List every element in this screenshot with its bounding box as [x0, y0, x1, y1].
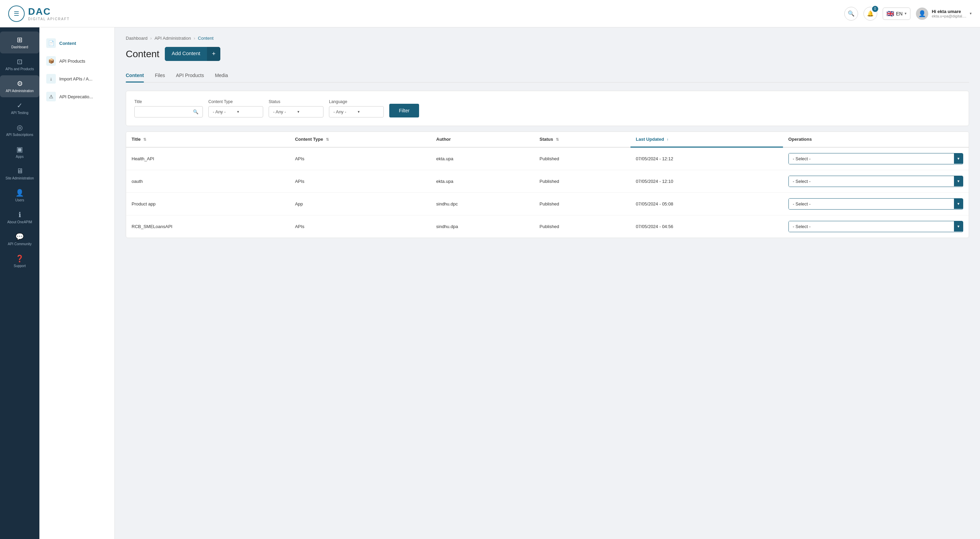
user-info[interactable]: 👤 Hi ekta umare ekta.u+pa@digital.... ▾ — [916, 8, 972, 20]
notification-badge: 0 — [872, 6, 878, 12]
breadcrumb-dashboard[interactable]: Dashboard — [126, 36, 148, 41]
sidebar-item-site-administration[interactable]: 🖥 Site Administration — [0, 163, 40, 185]
col-last-updated[interactable]: Last Updated ↑ — [630, 132, 783, 147]
language-label: EN — [896, 11, 902, 16]
api-products-nav-icon: 📦 — [46, 56, 56, 66]
notification-button[interactable]: 🔔 0 — [864, 7, 877, 21]
select-arrow-icon: ▾ — [954, 221, 963, 231]
row-author: ekta.upa — [431, 147, 534, 170]
operations-select[interactable]: - Select - ▾ — [789, 176, 963, 187]
select-label: - Select - — [789, 176, 954, 187]
row-last-updated: 07/05/2024 - 04:56 — [630, 215, 783, 238]
row-operations: - Select - ▾ — [783, 170, 969, 192]
left-nav-item-label: Import APIs / A... — [59, 76, 92, 81]
row-status: Published — [534, 215, 630, 238]
filter-group-title: Title 🔍 — [134, 99, 203, 117]
sidebar-item-dashboard[interactable]: ⊞ Dashboard — [0, 32, 40, 54]
user-text: Hi ekta umare ekta.u+pa@digital.... — [932, 9, 966, 18]
chevron-down-icon: ▾ — [358, 109, 379, 114]
add-content-plus-icon: + — [207, 47, 220, 61]
language-select[interactable]: - Any - ▾ — [329, 106, 384, 117]
api-subscriptions-icon: ◎ — [17, 123, 22, 132]
title-filter-label: Title — [134, 99, 203, 104]
sidebar-item-api-subscriptions[interactable]: ◎ API Subscriptions — [0, 119, 40, 141]
col-status[interactable]: Status ⇅ — [534, 132, 630, 147]
sidebar-item-support[interactable]: ❓ Support — [0, 250, 40, 272]
breadcrumb-content[interactable]: Content — [198, 36, 214, 41]
site-administration-icon: 🖥 — [16, 167, 23, 175]
sidebar-item-about[interactable]: ℹ About OneAPIM — [0, 206, 40, 228]
sidebar-item-users[interactable]: 👤 Users — [0, 185, 40, 206]
language-selector[interactable]: 🇬🇧 EN ▾ — [883, 8, 910, 20]
breadcrumb-api-administration[interactable]: API Administration — [154, 36, 191, 41]
row-last-updated: 07/05/2024 - 12:12 — [630, 147, 783, 170]
sidebar-item-label: API Administration — [6, 89, 34, 93]
col-title[interactable]: Title ⇅ — [126, 132, 290, 147]
avatar: 👤 — [916, 8, 928, 20]
row-content-type: APIs — [290, 170, 431, 192]
left-nav-item-label: API Products — [59, 59, 85, 64]
sidebar-item-label: API Community — [8, 242, 32, 246]
col-operations: Operations — [783, 132, 969, 147]
content-table: Title ⇅ Content Type ⇅ Author Status ⇅ — [126, 132, 969, 238]
status-select[interactable]: - Any - ▾ — [269, 106, 323, 117]
menu-toggle-icon[interactable]: ☰ — [8, 5, 25, 22]
row-content-type: App — [290, 192, 431, 215]
search-button[interactable]: 🔍 — [844, 7, 858, 21]
row-title: RCB_SMELoansAPI — [126, 215, 290, 238]
sidebar-item-label: Apps — [16, 155, 24, 159]
left-nav-item-label: Content — [59, 41, 76, 46]
tabs: Content Files API Products Media — [126, 69, 969, 82]
row-operations: - Select - ▾ — [783, 192, 969, 215]
sidebar-item-api-testing[interactable]: ✓ API Testing — [0, 97, 40, 119]
sidebar-item-api-administration[interactable]: ⚙ API Administration — [0, 75, 40, 97]
logo-text: DAC DIGITAL APICRAFT — [28, 6, 70, 21]
row-operations: - Select - ▾ — [783, 147, 969, 170]
page-inner: 📄 Content 📦 API Products ↓ Import APIs /… — [40, 27, 980, 539]
filter-group-language: Language - Any - ▾ — [329, 99, 384, 117]
add-content-label: Add Content — [165, 47, 207, 61]
page-header: Content Add Content + — [126, 47, 969, 61]
select-label: - Select - — [789, 199, 954, 209]
left-nav-item-import-apis[interactable]: ↓ Import APIs / A... — [40, 70, 115, 88]
sidebar-item-label: About OneAPIM — [7, 220, 32, 224]
chevron-down-icon: ▾ — [298, 109, 319, 114]
tab-media[interactable]: Media — [215, 69, 228, 82]
operations-select[interactable]: - Select - ▾ — [789, 198, 963, 209]
sidebar-item-label: Support — [14, 264, 26, 268]
col-content-type[interactable]: Content Type ⇅ — [290, 132, 431, 147]
content-type-select[interactable]: - Any - ▾ — [208, 106, 263, 117]
left-nav-item-content[interactable]: 📄 Content — [40, 34, 115, 52]
api-community-icon: 💬 — [16, 233, 24, 241]
sidebar-item-apps[interactable]: ▣ Apps — [0, 141, 40, 163]
search-icon: 🔍 — [848, 10, 854, 17]
sidebar-item-apis-products[interactable]: ⊡ APIs and Products — [0, 54, 40, 75]
row-content-type: APIs — [290, 147, 431, 170]
language-filter-label: Language — [329, 99, 384, 104]
filter-button[interactable]: Filter — [389, 104, 419, 117]
breadcrumb: Dashboard › API Administration › Content — [126, 36, 969, 41]
filter-group-status: Status - Any - ▾ — [269, 99, 323, 117]
user-name: Hi ekta umare — [932, 9, 966, 14]
user-chevron-icon: ▾ — [970, 11, 972, 16]
tab-content[interactable]: Content — [126, 69, 144, 82]
tab-files[interactable]: Files — [155, 69, 165, 82]
select-arrow-icon: ▾ — [954, 199, 963, 209]
search-input-icon: 🔍 — [193, 109, 199, 114]
operations-select[interactable]: - Select - ▾ — [789, 221, 963, 232]
row-title: oauth — [126, 170, 290, 192]
operations-select[interactable]: - Select - ▾ — [789, 153, 963, 164]
left-nav-item-api-products[interactable]: 📦 API Products — [40, 52, 115, 70]
title-input[interactable] — [139, 109, 190, 114]
tab-api-products[interactable]: API Products — [176, 69, 204, 82]
table-row: oauth APIs ekta.upa Published 07/05/2024… — [126, 170, 969, 192]
row-author: sindhu.dpc — [431, 192, 534, 215]
sidebar-item-label: Site Administration — [5, 176, 34, 181]
add-content-button[interactable]: Add Content + — [165, 47, 220, 61]
sidebar-item-api-community[interactable]: 💬 API Community — [0, 228, 40, 250]
chevron-down-icon: ▾ — [905, 11, 907, 16]
left-nav-item-api-deprecation[interactable]: ⚠ API Deprecatio... — [40, 88, 115, 105]
api-administration-icon: ⚙ — [17, 79, 23, 88]
filters-row: Title 🔍 Content Type - Any - — [134, 99, 961, 117]
sidebar-item-label: Users — [15, 198, 24, 202]
